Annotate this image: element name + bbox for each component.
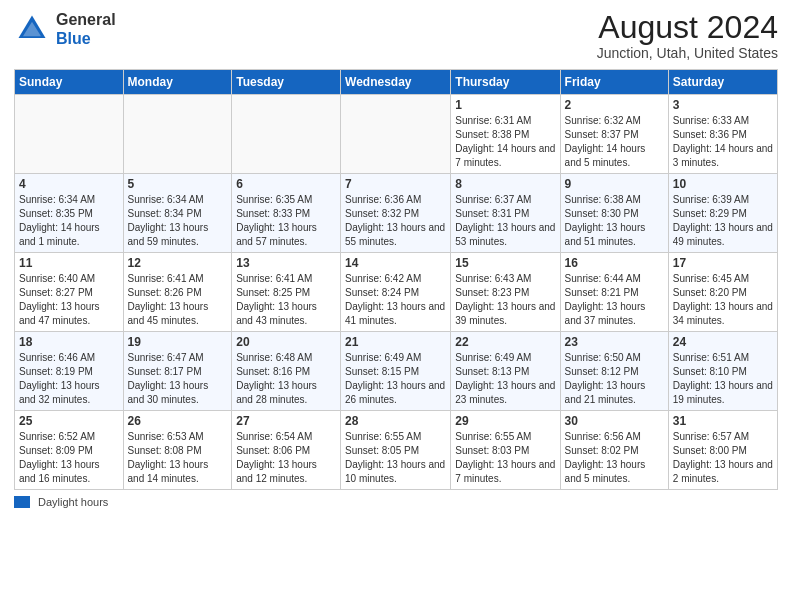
day-number: 17 <box>673 256 773 270</box>
day-info: Sunrise: 6:47 AM Sunset: 8:17 PM Dayligh… <box>128 351 228 407</box>
calendar-day: 24Sunrise: 6:51 AM Sunset: 8:10 PM Dayli… <box>668 332 777 411</box>
header-sunday: Sunday <box>15 70 124 95</box>
calendar-header-row: Sunday Monday Tuesday Wednesday Thursday… <box>15 70 778 95</box>
legend: Daylight hours <box>14 496 778 508</box>
day-number: 15 <box>455 256 555 270</box>
day-number: 25 <box>19 414 119 428</box>
calendar-day <box>15 95 124 174</box>
calendar-week-1: 1Sunrise: 6:31 AM Sunset: 8:38 PM Daylig… <box>15 95 778 174</box>
calendar-day: 2Sunrise: 6:32 AM Sunset: 8:37 PM Daylig… <box>560 95 668 174</box>
day-info: Sunrise: 6:44 AM Sunset: 8:21 PM Dayligh… <box>565 272 664 328</box>
logo-icon <box>14 11 50 47</box>
calendar-day: 19Sunrise: 6:47 AM Sunset: 8:17 PM Dayli… <box>123 332 232 411</box>
day-number: 23 <box>565 335 664 349</box>
header-monday: Monday <box>123 70 232 95</box>
day-info: Sunrise: 6:36 AM Sunset: 8:32 PM Dayligh… <box>345 193 446 249</box>
calendar-day: 18Sunrise: 6:46 AM Sunset: 8:19 PM Dayli… <box>15 332 124 411</box>
calendar-day: 13Sunrise: 6:41 AM Sunset: 8:25 PM Dayli… <box>232 253 341 332</box>
header-thursday: Thursday <box>451 70 560 95</box>
calendar-week-5: 25Sunrise: 6:52 AM Sunset: 8:09 PM Dayli… <box>15 411 778 490</box>
calendar-day: 1Sunrise: 6:31 AM Sunset: 8:38 PM Daylig… <box>451 95 560 174</box>
day-number: 26 <box>128 414 228 428</box>
calendar-day: 20Sunrise: 6:48 AM Sunset: 8:16 PM Dayli… <box>232 332 341 411</box>
calendar-day: 4Sunrise: 6:34 AM Sunset: 8:35 PM Daylig… <box>15 174 124 253</box>
day-info: Sunrise: 6:48 AM Sunset: 8:16 PM Dayligh… <box>236 351 336 407</box>
day-number: 31 <box>673 414 773 428</box>
logo-text: General Blue <box>56 10 116 48</box>
day-info: Sunrise: 6:41 AM Sunset: 8:26 PM Dayligh… <box>128 272 228 328</box>
calendar-day: 27Sunrise: 6:54 AM Sunset: 8:06 PM Dayli… <box>232 411 341 490</box>
header-friday: Friday <box>560 70 668 95</box>
day-info: Sunrise: 6:35 AM Sunset: 8:33 PM Dayligh… <box>236 193 336 249</box>
day-number: 19 <box>128 335 228 349</box>
header-wednesday: Wednesday <box>341 70 451 95</box>
day-number: 12 <box>128 256 228 270</box>
day-info: Sunrise: 6:54 AM Sunset: 8:06 PM Dayligh… <box>236 430 336 486</box>
day-info: Sunrise: 6:46 AM Sunset: 8:19 PM Dayligh… <box>19 351 119 407</box>
day-number: 7 <box>345 177 446 191</box>
calendar-day <box>232 95 341 174</box>
calendar-table: Sunday Monday Tuesday Wednesday Thursday… <box>14 69 778 490</box>
day-number: 13 <box>236 256 336 270</box>
day-info: Sunrise: 6:33 AM Sunset: 8:36 PM Dayligh… <box>673 114 773 170</box>
calendar-day: 9Sunrise: 6:38 AM Sunset: 8:30 PM Daylig… <box>560 174 668 253</box>
calendar-day: 16Sunrise: 6:44 AM Sunset: 8:21 PM Dayli… <box>560 253 668 332</box>
day-info: Sunrise: 6:55 AM Sunset: 8:05 PM Dayligh… <box>345 430 446 486</box>
calendar-day: 30Sunrise: 6:56 AM Sunset: 8:02 PM Dayli… <box>560 411 668 490</box>
calendar-day: 29Sunrise: 6:55 AM Sunset: 8:03 PM Dayli… <box>451 411 560 490</box>
calendar-day: 15Sunrise: 6:43 AM Sunset: 8:23 PM Dayli… <box>451 253 560 332</box>
calendar-day: 14Sunrise: 6:42 AM Sunset: 8:24 PM Dayli… <box>341 253 451 332</box>
calendar-day: 25Sunrise: 6:52 AM Sunset: 8:09 PM Dayli… <box>15 411 124 490</box>
calendar-day: 23Sunrise: 6:50 AM Sunset: 8:12 PM Dayli… <box>560 332 668 411</box>
header: General Blue August 2024 Junction, Utah,… <box>14 10 778 61</box>
day-info: Sunrise: 6:39 AM Sunset: 8:29 PM Dayligh… <box>673 193 773 249</box>
day-info: Sunrise: 6:49 AM Sunset: 8:13 PM Dayligh… <box>455 351 555 407</box>
calendar-day: 8Sunrise: 6:37 AM Sunset: 8:31 PM Daylig… <box>451 174 560 253</box>
calendar-day: 22Sunrise: 6:49 AM Sunset: 8:13 PM Dayli… <box>451 332 560 411</box>
legend-label: Daylight hours <box>38 496 108 508</box>
day-number: 2 <box>565 98 664 112</box>
day-info: Sunrise: 6:34 AM Sunset: 8:35 PM Dayligh… <box>19 193 119 249</box>
month-title: August 2024 <box>597 10 778 45</box>
calendar-day <box>341 95 451 174</box>
day-number: 29 <box>455 414 555 428</box>
logo: General Blue <box>14 10 116 48</box>
calendar-day: 12Sunrise: 6:41 AM Sunset: 8:26 PM Dayli… <box>123 253 232 332</box>
day-info: Sunrise: 6:41 AM Sunset: 8:25 PM Dayligh… <box>236 272 336 328</box>
day-number: 6 <box>236 177 336 191</box>
day-info: Sunrise: 6:38 AM Sunset: 8:30 PM Dayligh… <box>565 193 664 249</box>
day-info: Sunrise: 6:34 AM Sunset: 8:34 PM Dayligh… <box>128 193 228 249</box>
legend-color-box <box>14 496 30 508</box>
day-number: 3 <box>673 98 773 112</box>
day-number: 22 <box>455 335 555 349</box>
day-number: 4 <box>19 177 119 191</box>
day-info: Sunrise: 6:56 AM Sunset: 8:02 PM Dayligh… <box>565 430 664 486</box>
calendar-day: 11Sunrise: 6:40 AM Sunset: 8:27 PM Dayli… <box>15 253 124 332</box>
calendar-day: 7Sunrise: 6:36 AM Sunset: 8:32 PM Daylig… <box>341 174 451 253</box>
calendar-day: 6Sunrise: 6:35 AM Sunset: 8:33 PM Daylig… <box>232 174 341 253</box>
header-tuesday: Tuesday <box>232 70 341 95</box>
day-number: 14 <box>345 256 446 270</box>
logo-blue: Blue <box>56 30 91 47</box>
day-info: Sunrise: 6:32 AM Sunset: 8:37 PM Dayligh… <box>565 114 664 170</box>
day-info: Sunrise: 6:49 AM Sunset: 8:15 PM Dayligh… <box>345 351 446 407</box>
calendar-day: 5Sunrise: 6:34 AM Sunset: 8:34 PM Daylig… <box>123 174 232 253</box>
day-info: Sunrise: 6:43 AM Sunset: 8:23 PM Dayligh… <box>455 272 555 328</box>
day-number: 24 <box>673 335 773 349</box>
calendar-day: 26Sunrise: 6:53 AM Sunset: 8:08 PM Dayli… <box>123 411 232 490</box>
calendar-day: 28Sunrise: 6:55 AM Sunset: 8:05 PM Dayli… <box>341 411 451 490</box>
calendar-day: 21Sunrise: 6:49 AM Sunset: 8:15 PM Dayli… <box>341 332 451 411</box>
calendar-day: 10Sunrise: 6:39 AM Sunset: 8:29 PM Dayli… <box>668 174 777 253</box>
location: Junction, Utah, United States <box>597 45 778 61</box>
calendar-day: 17Sunrise: 6:45 AM Sunset: 8:20 PM Dayli… <box>668 253 777 332</box>
calendar-week-3: 11Sunrise: 6:40 AM Sunset: 8:27 PM Dayli… <box>15 253 778 332</box>
day-info: Sunrise: 6:37 AM Sunset: 8:31 PM Dayligh… <box>455 193 555 249</box>
day-info: Sunrise: 6:40 AM Sunset: 8:27 PM Dayligh… <box>19 272 119 328</box>
day-info: Sunrise: 6:57 AM Sunset: 8:00 PM Dayligh… <box>673 430 773 486</box>
day-info: Sunrise: 6:55 AM Sunset: 8:03 PM Dayligh… <box>455 430 555 486</box>
calendar-day: 3Sunrise: 6:33 AM Sunset: 8:36 PM Daylig… <box>668 95 777 174</box>
day-number: 16 <box>565 256 664 270</box>
calendar-week-4: 18Sunrise: 6:46 AM Sunset: 8:19 PM Dayli… <box>15 332 778 411</box>
day-info: Sunrise: 6:53 AM Sunset: 8:08 PM Dayligh… <box>128 430 228 486</box>
day-number: 10 <box>673 177 773 191</box>
